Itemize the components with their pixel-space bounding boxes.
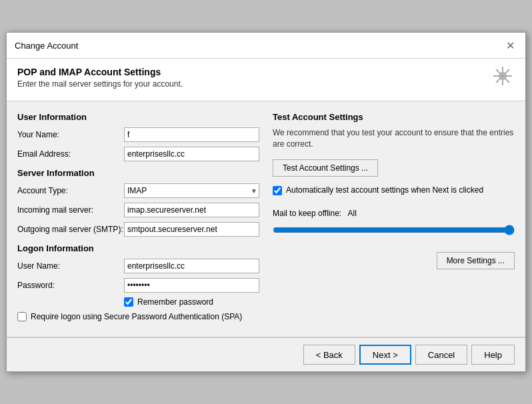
right-panel: Test Account Settings We recommend that …	[273, 112, 515, 326]
header-text: POP and IMAP Account Settings Enter the …	[17, 67, 183, 89]
your-name-label: Your Name:	[17, 130, 124, 139]
close-button[interactable]: ✕	[503, 38, 517, 53]
title-bar: Change Account ✕	[7, 33, 525, 59]
auto-test-checkbox[interactable]	[273, 186, 282, 195]
back-button[interactable]: < Back	[303, 345, 355, 365]
spa-label: Require logon using Secure Password Auth…	[31, 312, 242, 321]
mail-offline-label: Mail to keep offline: All	[273, 209, 515, 218]
account-type-row: Account Type: IMAP POP3 ▼	[17, 183, 259, 198]
username-row: User Name:	[17, 259, 259, 273]
incoming-server-input[interactable]	[124, 203, 259, 217]
dialog-title: Change Account	[15, 41, 78, 51]
server-info-header: Server Information	[17, 168, 259, 178]
your-name-input[interactable]	[124, 127, 259, 142]
remember-password-label: Remember password	[137, 297, 213, 307]
outgoing-server-row: Outgoing mail server (SMTP):	[17, 222, 259, 237]
header-heading: POP and IMAP Account Settings	[17, 67, 183, 77]
change-account-dialog: Change Account ✕ POP and IMAP Account Se…	[6, 32, 526, 372]
account-type-label: Account Type:	[17, 186, 124, 195]
your-name-row: Your Name:	[17, 127, 259, 142]
next-button[interactable]: Next >	[359, 345, 411, 365]
spa-checkbox[interactable]	[17, 312, 27, 321]
account-type-wrapper: IMAP POP3 ▼	[124, 183, 259, 198]
test-account-title: Test Account Settings	[273, 112, 515, 122]
email-address-input[interactable]	[124, 147, 259, 161]
settings-icon	[491, 64, 515, 93]
mail-offline-text: Mail to keep offline:	[273, 209, 341, 218]
remember-password-row: Remember password	[124, 297, 259, 307]
more-settings-button[interactable]: More Settings ...	[437, 252, 515, 269]
username-label: User Name:	[17, 261, 124, 271]
more-settings-row: More Settings ...	[273, 252, 515, 269]
cancel-button[interactable]: Cancel	[415, 345, 467, 365]
email-address-row: Email Address:	[17, 147, 259, 161]
mail-offline-slider[interactable]	[273, 223, 515, 237]
logon-info-header: Logon Information	[17, 243, 259, 253]
auto-test-label: Automatically test account settings when…	[286, 185, 483, 196]
spa-row: Require logon using Secure Password Auth…	[17, 312, 259, 321]
account-type-select[interactable]: IMAP POP3	[124, 183, 259, 198]
password-label: Password:	[17, 281, 124, 290]
header-description: Enter the mail server settings for your …	[17, 79, 183, 89]
user-info-header: User Information	[17, 112, 259, 122]
password-row: Password:	[17, 278, 259, 293]
footer: < Back Next > Cancel Help	[7, 337, 525, 371]
email-address-label: Email Address:	[17, 149, 124, 159]
test-account-description: We recommend that you test your account …	[273, 127, 515, 150]
incoming-server-row: Incoming mail server:	[17, 203, 259, 217]
mail-offline-section: Mail to keep offline: All	[273, 209, 515, 239]
outgoing-server-label: Outgoing mail server (SMTP):	[17, 225, 124, 234]
password-input[interactable]	[124, 278, 259, 293]
left-panel: User Information Your Name: Email Addres…	[17, 112, 259, 326]
incoming-server-label: Incoming mail server:	[17, 205, 124, 215]
auto-test-row: Automatically test account settings when…	[273, 185, 515, 196]
remember-password-checkbox[interactable]	[124, 297, 133, 307]
outgoing-server-input[interactable]	[124, 222, 259, 237]
help-button[interactable]: Help	[471, 345, 515, 365]
username-input[interactable]	[124, 259, 259, 273]
test-account-settings-button[interactable]: Test Account Settings ...	[273, 159, 378, 177]
mail-offline-value: All	[348, 209, 357, 218]
header-section: POP and IMAP Account Settings Enter the …	[7, 59, 525, 101]
content-area: User Information Your Name: Email Addres…	[7, 101, 525, 337]
